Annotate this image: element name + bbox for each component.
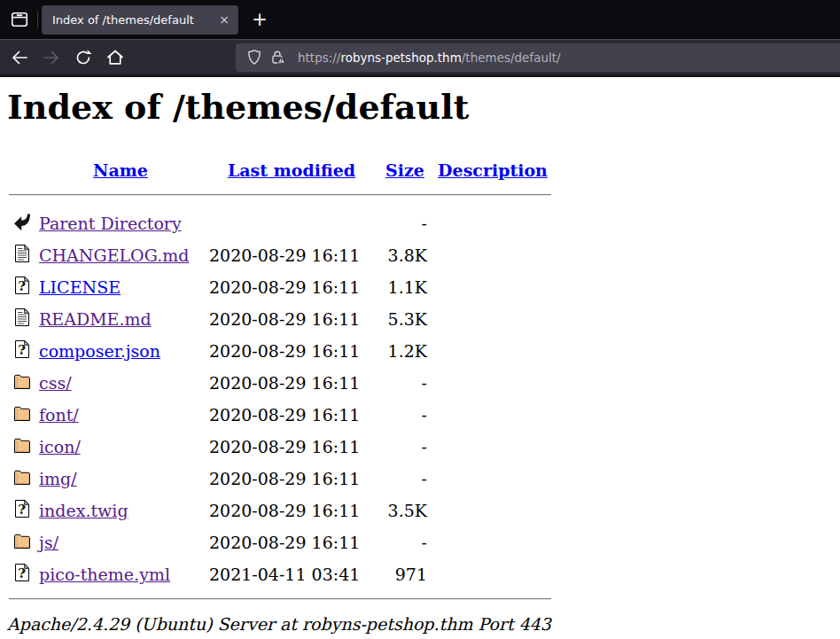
sort-by-name-link[interactable]: Name bbox=[93, 160, 148, 180]
description-cell bbox=[434, 495, 551, 526]
table-row: ? composer.json 2020-08-29 16:11 1.2K bbox=[9, 336, 551, 366]
tab-close-icon[interactable]: × bbox=[215, 11, 233, 28]
last-modified-cell: 2020-08-29 16:11 bbox=[207, 495, 376, 526]
home-button[interactable] bbox=[101, 43, 129, 72]
svg-text:?: ? bbox=[18, 565, 26, 581]
folder-icon bbox=[13, 435, 31, 455]
file-link[interactable]: LICENSE bbox=[39, 277, 121, 297]
unknown-file-icon: ? bbox=[13, 499, 31, 518]
last-modified-cell: 2020-08-29 16:11 bbox=[207, 304, 376, 334]
browser-tab[interactable]: Index of /themes/default × bbox=[42, 5, 238, 35]
folder-icon bbox=[13, 467, 31, 487]
description-cell bbox=[434, 336, 551, 366]
url-host: robyns-petshop.thm bbox=[340, 51, 461, 65]
folder-icon bbox=[13, 531, 31, 550]
unknown-file-icon: ? bbox=[13, 276, 31, 295]
table-row: Parent Directory - bbox=[9, 208, 551, 238]
new-tab-button[interactable]: + bbox=[247, 7, 272, 32]
size-cell: 1.2K bbox=[377, 336, 432, 366]
description-cell bbox=[434, 400, 551, 430]
forward-arrow-icon bbox=[41, 47, 62, 68]
back-icon bbox=[13, 212, 31, 231]
text-file-icon bbox=[13, 308, 31, 327]
file-link[interactable]: css/ bbox=[39, 373, 72, 393]
table-row: js/ 2020-08-29 16:11 - bbox=[9, 527, 551, 557]
file-link[interactable]: img/ bbox=[39, 469, 77, 488]
svg-text:?: ? bbox=[18, 502, 26, 518]
file-link[interactable]: CHANGELOG.md bbox=[39, 245, 189, 265]
sort-by-description-link[interactable]: Description bbox=[438, 160, 548, 180]
description-cell bbox=[434, 272, 551, 302]
file-link[interactable]: icon/ bbox=[39, 437, 81, 456]
last-modified-cell: 2020-08-29 16:11 bbox=[207, 368, 376, 398]
file-link[interactable]: composer.json bbox=[39, 341, 160, 361]
svg-text:?: ? bbox=[18, 342, 26, 358]
last-modified-cell: 2020-08-29 16:11 bbox=[207, 400, 376, 430]
size-cell: 1.1K bbox=[377, 272, 432, 302]
table-row: font/ 2020-08-29 16:11 - bbox=[9, 400, 551, 430]
text-file-icon bbox=[13, 244, 31, 263]
listing-body: Parent Directory - CHANGELOG.md 2020-08-… bbox=[9, 208, 551, 589]
description-cell bbox=[434, 304, 551, 334]
tab-title: Index of /themes/default bbox=[52, 13, 215, 27]
sort-by-size-link[interactable]: Size bbox=[385, 160, 424, 180]
table-row: img/ 2020-08-29 16:11 - bbox=[9, 464, 551, 494]
tracking-protection-shield-icon[interactable] bbox=[243, 46, 266, 69]
tab-bar: Index of /themes/default × + bbox=[0, 0, 840, 39]
description-cell bbox=[434, 368, 551, 398]
folder-icon bbox=[13, 403, 31, 423]
last-modified-cell: 2021-04-11 03:41 bbox=[207, 559, 376, 589]
unknown-file-icon: ? bbox=[13, 563, 31, 582]
back-arrow-icon bbox=[9, 47, 30, 68]
description-cell bbox=[434, 527, 551, 557]
top-divider bbox=[9, 194, 551, 196]
last-modified-cell: 2020-08-29 16:11 bbox=[207, 527, 376, 557]
insecure-lock-warning-icon[interactable] bbox=[266, 46, 289, 69]
page-title: Index of /themes/default bbox=[7, 88, 833, 127]
directory-listing-table: Name Last modified Size Description Pare… bbox=[7, 159, 553, 609]
last-modified-cell: 2020-08-29 16:11 bbox=[207, 464, 376, 494]
reload-button[interactable] bbox=[69, 43, 97, 72]
table-row: CHANGELOG.md 2020-08-29 16:11 3.8K bbox=[9, 240, 551, 270]
last-modified-cell: 2020-08-29 16:11 bbox=[207, 432, 376, 462]
bottom-divider bbox=[9, 598, 551, 600]
firefox-view-button[interactable] bbox=[5, 5, 34, 34]
url-bar[interactable]: https://robyns-petshop.thm/themes/defaul… bbox=[236, 43, 840, 72]
table-row: icon/ 2020-08-29 16:11 - bbox=[9, 432, 551, 462]
size-cell: 971 bbox=[377, 559, 432, 589]
description-cell bbox=[434, 559, 551, 589]
size-cell: - bbox=[377, 527, 432, 557]
size-cell: - bbox=[377, 464, 432, 494]
description-cell bbox=[434, 432, 551, 462]
table-row: css/ 2020-08-29 16:11 - bbox=[9, 368, 551, 398]
svg-text:?: ? bbox=[18, 278, 26, 294]
unknown-file-icon: ? bbox=[13, 339, 31, 359]
table-row: ? LICENSE 2020-08-29 16:11 1.1K bbox=[9, 272, 551, 302]
description-cell bbox=[434, 240, 551, 270]
size-cell: 5.3K bbox=[377, 304, 432, 334]
file-link[interactable]: pico-theme.yml bbox=[39, 565, 170, 584]
server-signature: Apache/2.4.29 (Ubuntu) Server at robyns-… bbox=[7, 614, 833, 634]
forward-button[interactable] bbox=[37, 43, 66, 72]
reload-icon bbox=[73, 47, 94, 68]
back-button[interactable] bbox=[5, 43, 34, 72]
url-text: https://robyns-petshop.thm/themes/defaul… bbox=[298, 51, 561, 65]
last-modified-cell bbox=[207, 208, 376, 238]
file-link[interactable]: Parent Directory bbox=[39, 214, 182, 233]
file-link[interactable]: README.md bbox=[39, 309, 152, 329]
listing-header-row: Name Last modified Size Description bbox=[9, 160, 551, 185]
description-cell bbox=[434, 464, 551, 494]
last-modified-cell: 2020-08-29 16:11 bbox=[207, 336, 376, 366]
size-cell: - bbox=[377, 400, 432, 430]
size-cell: - bbox=[377, 368, 432, 398]
url-scheme: https:// bbox=[298, 51, 340, 65]
home-icon bbox=[105, 47, 126, 68]
sort-by-last-modified-link[interactable]: Last modified bbox=[228, 160, 355, 180]
file-link[interactable]: js/ bbox=[39, 533, 58, 552]
file-link[interactable]: font/ bbox=[39, 405, 79, 425]
directory-listing-page: Index of /themes/default Name Last modif… bbox=[0, 77, 840, 639]
description-cell bbox=[434, 208, 551, 238]
folder-icon bbox=[13, 371, 31, 391]
file-link[interactable]: index.twig bbox=[39, 501, 128, 520]
last-modified-cell: 2020-08-29 16:11 bbox=[207, 272, 376, 302]
